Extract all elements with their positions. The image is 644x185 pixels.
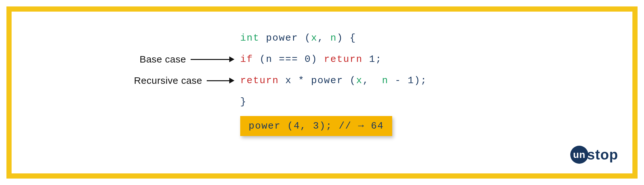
token-one: 1	[408, 75, 414, 86]
code-line-3: return x * power (x, n - 1);	[240, 75, 427, 86]
arrow-base-case	[191, 56, 234, 62]
code-row-signature: int power (x, n) {	[124, 31, 543, 45]
label-base-case: Base case	[139, 54, 186, 65]
code-line-4: }	[240, 96, 247, 107]
code-row-close-brace: }	[124, 95, 543, 109]
token-param-n: n	[382, 75, 388, 86]
result-row: power (4, 3); // → 64	[240, 116, 543, 136]
token-return: return	[324, 54, 363, 65]
token-type: int	[240, 33, 260, 44]
token-paren: )	[311, 54, 324, 65]
logo-text: stop	[587, 147, 618, 163]
token-zero: 0	[305, 54, 311, 65]
token-brace: ) {	[337, 33, 356, 44]
result-highlight-box: power (4, 3); // → 64	[240, 116, 392, 136]
token-comma: ,	[317, 33, 330, 44]
token-fnname: power	[311, 75, 343, 86]
token-return: return	[240, 75, 279, 86]
code-line-1: int power (x, n) {	[240, 33, 356, 44]
arrow-shaft	[191, 59, 229, 60]
token-paren: (	[253, 54, 266, 65]
result-value: 64	[365, 121, 384, 131]
diagram-content: int power (x, n) { Base case if (n === 0…	[124, 31, 543, 136]
code-line-2: if (n === 0) return 1;	[240, 54, 382, 65]
logo-circle-icon: un	[570, 146, 588, 164]
token-var-x: x	[285, 75, 292, 86]
token-paren: (	[298, 33, 311, 44]
arrow-head-icon	[229, 78, 234, 83]
token-fnname: power	[266, 33, 298, 44]
token-paren: (	[343, 75, 356, 86]
arrow-head-icon	[229, 56, 234, 62]
arrow-right-icon: →	[358, 121, 365, 131]
arrow-shaft	[207, 80, 229, 81]
token-mul: *	[292, 75, 311, 86]
token-comma: ,	[363, 75, 382, 86]
brand-logo: unstop	[570, 146, 618, 164]
token-one: 1	[363, 54, 375, 65]
token-param-n: n	[330, 33, 337, 44]
token-var-n: n	[266, 54, 272, 65]
token-param-x: x	[311, 33, 317, 44]
arrow-recursive-case	[207, 78, 234, 83]
code-row-base-case: Base case if (n === 0) return 1;	[124, 52, 543, 66]
code-row-recursive-case: Recursive case return x * power (x, n - …	[124, 73, 543, 88]
token-paren-semi: );	[414, 75, 427, 86]
token-param-x: x	[356, 75, 363, 86]
token-space	[279, 75, 285, 86]
label-recursive-case: Recursive case	[134, 75, 202, 86]
token-semi: ;	[375, 54, 382, 65]
token-if: if	[240, 54, 253, 65]
token-eq: ===	[272, 54, 305, 65]
token-minus: -	[388, 75, 408, 86]
bordered-frame: int power (x, n) { Base case if (n === 0…	[6, 6, 638, 179]
result-call: power (4, 3); //	[249, 121, 358, 131]
